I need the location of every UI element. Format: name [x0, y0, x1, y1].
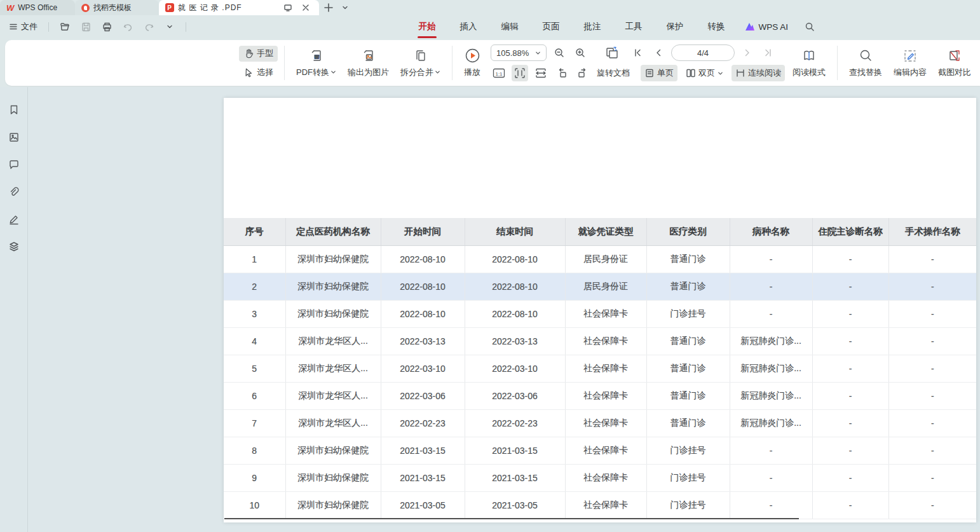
menu-item[interactable]: 页面 — [541, 15, 561, 38]
zoom-in-button[interactable] — [572, 44, 589, 61]
bookmarks-icon[interactable] — [6, 102, 22, 118]
table-cell: 社会保障卡 — [565, 327, 646, 355]
export-image-button[interactable]: 输出为图片 — [343, 46, 394, 81]
table-cell: 2022-08-10 — [465, 273, 565, 300]
table-cell: - — [812, 327, 888, 355]
last-page-button[interactable] — [760, 44, 777, 61]
rotate-doc-label[interactable]: 旋转文档 — [595, 67, 631, 79]
replace-pages-button[interactable] — [603, 44, 620, 61]
split-merge-button[interactable]: 拆分合并 — [395, 46, 446, 81]
wps-ai-button[interactable]: WPS AI — [745, 22, 788, 32]
table-cell: 深圳市龙华区人... — [285, 327, 381, 355]
table-cell: - — [730, 437, 812, 464]
table-cell: 新冠肺炎门诊... — [730, 409, 812, 437]
table-cell: - — [888, 327, 976, 355]
compress-button[interactable]: 压缩 — [977, 46, 980, 81]
single-page-icon — [644, 68, 655, 78]
signature-icon[interactable] — [6, 212, 22, 227]
next-page-button[interactable] — [739, 44, 756, 61]
zoom-out-button[interactable] — [551, 44, 568, 61]
left-sidebar — [0, 87, 28, 532]
play-button[interactable]: 播放 — [459, 45, 486, 81]
select-tool-button[interactable]: 选择 — [239, 65, 278, 81]
rotate-left-button[interactable] — [554, 65, 570, 81]
continuous-reading-icon — [735, 68, 745, 78]
menu-item[interactable]: 工具 — [623, 15, 643, 38]
window-tab-bar: W WPS Office 找稻壳模板 P 就 医 记 录 .PDF — [0, 0, 980, 15]
menu-item[interactable]: 保护 — [665, 15, 684, 38]
save-button[interactable] — [78, 19, 93, 34]
undo-button[interactable] — [120, 19, 135, 34]
table-cell: 深圳市龙华区人... — [285, 355, 381, 382]
page-indicator-input[interactable]: 4/4 — [671, 44, 735, 61]
menu-item[interactable]: 批注 — [582, 15, 602, 38]
edit-content-button[interactable]: 编辑内容 — [888, 46, 932, 81]
screen-share-icon[interactable] — [281, 0, 295, 15]
double-page-button[interactable]: 双页 — [682, 65, 727, 81]
read-mode-button[interactable]: 阅读模式 — [787, 46, 831, 81]
read-mode-label: 阅读模式 — [793, 67, 826, 78]
zoom-level-select[interactable]: 105.88% — [491, 44, 547, 61]
layers-icon[interactable] — [6, 239, 22, 254]
table-cell: 2021-03-05 — [465, 491, 565, 519]
actual-size-button[interactable]: 1:1 — [491, 65, 507, 81]
table-cell: 7 — [224, 409, 285, 437]
single-page-button[interactable]: 单页 — [641, 65, 677, 81]
column-header: 医疗类别 — [646, 218, 730, 245]
table-cell: - — [730, 300, 812, 327]
menu-item[interactable]: 编辑 — [500, 15, 519, 38]
fit-width-button[interactable] — [533, 65, 549, 81]
attachments-icon[interactable] — [6, 184, 22, 200]
chevron-down-icon — [718, 71, 723, 76]
pdf-convert-label: PDF转换 — [296, 67, 329, 78]
table-cell: - — [730, 464, 812, 491]
tab-template-store[interactable]: 找稻壳模板 — [75, 0, 159, 15]
previous-page-button[interactable] — [650, 44, 667, 61]
open-file-button[interactable] — [57, 19, 72, 34]
hand-tool-button[interactable]: 手型 — [239, 46, 278, 62]
thumbnails-icon[interactable] — [6, 130, 22, 145]
file-menu-button[interactable]: 文件 — [6, 20, 40, 34]
tab-label: 就 医 记 录 .PDF — [178, 3, 277, 13]
double-page-icon — [686, 68, 696, 78]
global-search-icon[interactable] — [802, 19, 817, 34]
quick-access-chevron-icon[interactable] — [162, 19, 177, 34]
rotate-right-button[interactable] — [575, 65, 591, 81]
table-cell: 2022-02-23 — [465, 409, 565, 437]
table-cell: 社会保障卡 — [565, 409, 646, 437]
svg-text:W: W — [315, 54, 319, 58]
play-label: 播放 — [464, 67, 480, 78]
table-header-row: 序号定点医药机构名称开始时间结束时间就诊凭证类型医疗类别病种名称住院主诊断名称手… — [224, 218, 976, 245]
redo-button[interactable] — [141, 19, 156, 34]
comments-icon[interactable] — [6, 157, 22, 172]
divider — [48, 22, 49, 32]
screenshot-compare-label: 截图对比 — [938, 67, 971, 78]
table-row: 2深圳市妇幼保健院2022-08-102022-08-10居民身份证普通门诊--… — [224, 273, 976, 300]
tab-list-chevron-icon[interactable] — [338, 0, 352, 15]
table-cell: - — [888, 491, 976, 519]
tab-document-active[interactable]: P 就 医 记 录 .PDF — [159, 0, 319, 15]
menu-item[interactable]: 转换 — [706, 15, 726, 38]
menu-bar: 文件 开始插入编辑页面批注工具保护转换 WPS AI — [0, 15, 980, 38]
first-page-button[interactable] — [629, 44, 646, 61]
menu-item[interactable]: 开始 — [417, 15, 437, 38]
divider — [186, 22, 186, 32]
table-cell: 9 — [224, 464, 285, 491]
continuous-reading-button[interactable]: 连续阅读 — [732, 65, 785, 81]
print-button[interactable] — [99, 19, 114, 34]
quick-access-group: 文件 — [6, 19, 189, 34]
table-cell: 深圳市龙华区人... — [285, 382, 381, 409]
fit-page-button[interactable] — [512, 65, 528, 81]
export-image-label: 输出为图片 — [348, 67, 389, 78]
find-replace-button[interactable]: 查找替换 — [844, 46, 887, 81]
close-tab-icon[interactable] — [299, 0, 313, 15]
screenshot-compare-button[interactable]: 截图对比 — [933, 46, 976, 81]
table-cell: 2022-08-10 — [381, 245, 465, 273]
table-row: 3深圳市妇幼保健院2022-08-102022-08-10社会保障卡门诊挂号--… — [224, 300, 976, 327]
table-cell: - — [888, 409, 976, 437]
new-tab-button[interactable] — [319, 0, 338, 15]
table-cell: - — [888, 300, 976, 327]
pdf-convert-button[interactable]: W PDF转换 — [291, 46, 341, 81]
tab-wps-office[interactable]: W WPS Office — [0, 0, 75, 15]
menu-item[interactable]: 插入 — [458, 15, 478, 38]
